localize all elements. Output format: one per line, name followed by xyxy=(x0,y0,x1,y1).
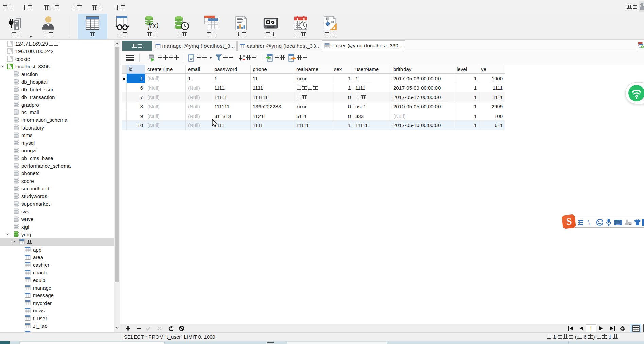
svg-text:12: 12 xyxy=(629,222,631,225)
svg-text:f(x): f(x) xyxy=(148,21,159,30)
